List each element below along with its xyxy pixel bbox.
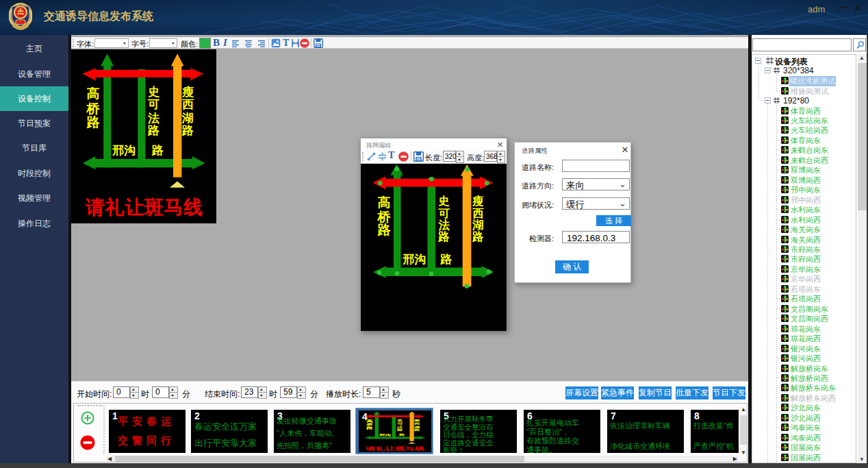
svg-text:路: 路 [472, 230, 484, 243]
svg-text:湖: 湖 [472, 219, 484, 231]
svg-text:邢沟: 邢沟 [403, 253, 426, 266]
svg-text:路: 路 [86, 115, 101, 130]
svg-text:邢沟: 邢沟 [112, 144, 136, 157]
svg-text:邢沟: 邢沟 [379, 433, 392, 436]
svg-text:法: 法 [396, 426, 403, 428]
svg-text:高: 高 [378, 195, 391, 210]
svg-text:请礼让斑马线: 请礼让斑马线 [366, 445, 425, 451]
svg-text:西: 西 [181, 98, 194, 111]
svg-text:瘦: 瘦 [181, 85, 194, 99]
svg-text:路: 路 [147, 124, 159, 137]
svg-text:路: 路 [438, 230, 450, 243]
svg-text:可: 可 [439, 207, 450, 219]
svg-text:路: 路 [377, 223, 392, 237]
svg-text:高: 高 [87, 86, 100, 101]
svg-text:法: 法 [438, 219, 450, 231]
svg-text:路: 路 [440, 253, 452, 266]
svg-text:西: 西 [413, 422, 420, 426]
svg-text:路: 路 [413, 428, 420, 432]
svg-text:可: 可 [147, 98, 159, 111]
svg-text:路: 路 [366, 426, 373, 430]
svg-text:史: 史 [148, 86, 159, 99]
svg-text:路: 路 [396, 428, 403, 432]
svg-text:法: 法 [147, 112, 159, 125]
svg-text:湖: 湖 [181, 112, 194, 125]
svg-text:史: 史 [439, 195, 450, 207]
svg-text:瘦: 瘦 [472, 195, 484, 207]
svg-text:桥: 桥 [86, 101, 101, 116]
svg-text:湖: 湖 [413, 426, 420, 428]
svg-text:请礼让斑马线: 请礼让斑马线 [85, 197, 203, 218]
svg-text:路: 路 [398, 433, 405, 436]
svg-text:可: 可 [396, 422, 403, 426]
svg-text:路: 路 [181, 124, 194, 137]
svg-text:西: 西 [472, 207, 484, 219]
svg-text:路: 路 [151, 144, 164, 157]
